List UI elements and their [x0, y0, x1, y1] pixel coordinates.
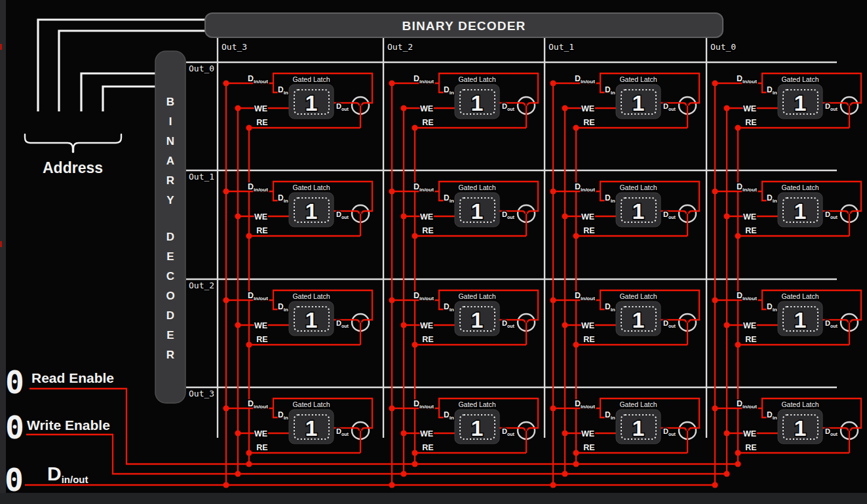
junction-dot — [735, 461, 741, 467]
junction-dot — [246, 125, 252, 130]
write-enable-value: 0 — [5, 409, 24, 446]
junction-dot — [235, 105, 241, 111]
junction-dot — [412, 461, 417, 467]
column-label: Out_2 — [387, 42, 413, 52]
left-decoder-letter: D — [166, 231, 174, 243]
left-edge-red-tick — [0, 44, 2, 50]
row-label: Out_2 — [189, 281, 214, 290]
left-decoder-letter: B — [166, 96, 174, 108]
row-label: Out_3 — [189, 389, 214, 398]
junction-dot — [723, 471, 729, 476]
gated-latch-title: Gated Latch — [292, 75, 330, 83]
left-decoder-letter: N — [166, 135, 174, 147]
junction-dot — [246, 461, 252, 467]
top-binary-decoder: BINARY DECODER — [205, 13, 723, 37]
left-decoder-letter: D — [166, 309, 174, 322]
row-label: Out_1 — [189, 172, 214, 182]
junction-dot — [389, 482, 395, 488]
junction-dot — [223, 80, 229, 86]
junction-dot — [400, 471, 406, 476]
column-label: Out_3 — [222, 42, 247, 52]
left-decoder-letter: A — [166, 155, 174, 167]
left-binary-decoder: B I N A R Y D E C O D E R — [155, 51, 185, 403]
address-label: Address — [43, 159, 103, 176]
bottom-edge-strip — [0, 493, 867, 504]
junction-dot — [573, 461, 579, 467]
junction-dot — [712, 482, 718, 488]
cell-we-label: WE — [254, 104, 267, 113]
left-decoder-letter: R — [166, 174, 174, 187]
left-decoder-letter: C — [166, 270, 174, 282]
top-decoder-title: BINARY DECODER — [402, 19, 526, 33]
memory-circuit-diagram: Out_3 Out_2 Out_1 Out_0 Out_0 Out_1 Out_… — [0, 0, 867, 504]
left-decoder-letter: R — [166, 349, 174, 361]
left-decoder-letter: O — [166, 290, 174, 302]
latch-value: 1 — [305, 90, 318, 115]
write-enable-label: Write Enable — [27, 417, 110, 433]
cell-re-label: RE — [256, 118, 267, 127]
column-label: Out_1 — [549, 42, 574, 52]
row-label: Out_0 — [189, 64, 214, 73]
left-decoder-letter: E — [166, 329, 174, 341]
read-enable-value: 0 — [5, 364, 24, 400]
left-edge-red-tick — [0, 241, 2, 247]
data-inout-value: 0 — [5, 461, 24, 498]
left-decoder-letter: Y — [166, 194, 174, 206]
left-decoder-letter: I — [169, 115, 172, 128]
junction-dot — [550, 482, 556, 488]
junction-dot — [235, 471, 241, 476]
read-enable-label: Read Enable — [31, 370, 114, 385]
column-label: Out_0 — [710, 42, 736, 52]
junction-dot — [562, 471, 568, 476]
left-decoder-letter: E — [166, 250, 174, 263]
junction-dot — [223, 482, 229, 488]
